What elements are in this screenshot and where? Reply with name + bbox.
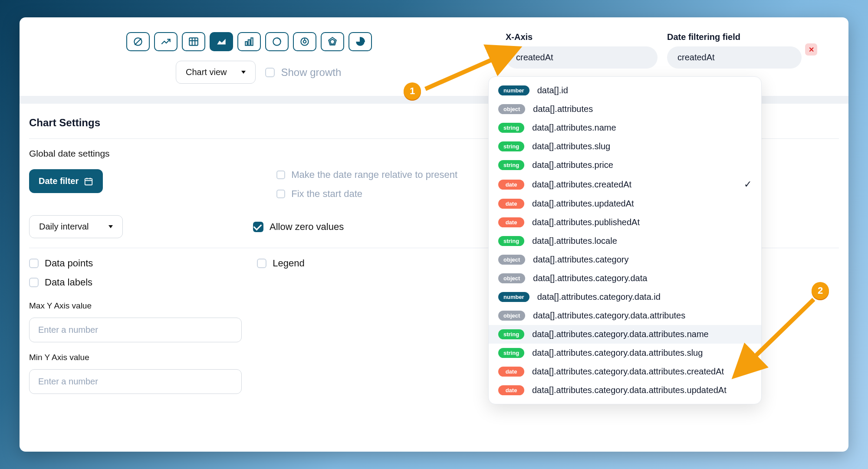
dropdown-item[interactable]: datedata[].attributes.updatedAt xyxy=(489,194,761,213)
dropdown-item[interactable]: numberdata[].attributes.category.data.id xyxy=(489,288,761,306)
interval-select[interactable]: Daily interval xyxy=(29,215,123,238)
chart-type-area[interactable] xyxy=(210,32,233,51)
type-badge: date xyxy=(498,199,524,209)
type-badge: date xyxy=(498,367,524,377)
dropdown-item[interactable]: datedata[].attributes.category.data.attr… xyxy=(489,362,761,381)
type-badge: object xyxy=(498,104,525,114)
dropdown-item-path: data[].attributes.category.data.attribut… xyxy=(532,367,724,377)
dropdown-item-path: data[].attributes.category xyxy=(533,255,628,265)
dropdown-item[interactable]: objectdata[].attributes.category.data.at… xyxy=(489,306,761,325)
datefilter-input[interactable]: createdAt xyxy=(667,46,802,69)
dropdown-item[interactable]: stringdata[].attributes.locale xyxy=(489,232,761,250)
dropdown-item[interactable]: stringdata[].attributes.category.data.at… xyxy=(489,325,761,344)
fix-start-option[interactable]: Fix the start date xyxy=(276,188,457,200)
arrow-2-icon xyxy=(729,295,825,390)
min-y-input[interactable] xyxy=(29,369,242,394)
close-icon: ✕ xyxy=(809,46,814,54)
chart-type-pie[interactable] xyxy=(349,32,372,51)
type-badge: object xyxy=(498,255,525,265)
data-labels-option[interactable]: Data labels xyxy=(29,277,93,288)
dropdown-item[interactable]: objectdata[].attributes xyxy=(489,100,761,118)
relative-range-label: Make the date range relative to present xyxy=(291,169,457,180)
callout-1: 1 xyxy=(404,82,421,100)
type-badge: number xyxy=(498,292,529,302)
date-filter-button[interactable]: Date filter xyxy=(29,169,103,193)
datefilter-field-wrap: Date filtering field createdAt ✕ xyxy=(667,32,817,69)
dropdown-item[interactable]: datedata[].attributes.category.data.attr… xyxy=(489,381,761,400)
xaxis-dropdown[interactable]: numberdata[].idobjectdata[].attributesst… xyxy=(488,76,762,404)
pie-chart-icon xyxy=(355,36,366,47)
checkbox-empty-icon xyxy=(276,190,285,198)
show-growth-label: Show growth xyxy=(281,66,341,79)
svg-line-20 xyxy=(425,50,514,89)
chart-type-line[interactable] xyxy=(154,32,178,51)
chart-type-gauge[interactable] xyxy=(293,32,316,51)
options-col-right: Legend xyxy=(119,258,304,288)
area-chart-icon xyxy=(216,36,227,47)
dropdown-item-path: data[].attributes.category.data xyxy=(533,273,647,283)
chart-type-table[interactable] xyxy=(182,32,205,51)
dropdown-item[interactable]: stringdata[].attributes.slug xyxy=(489,137,761,156)
dropdown-item-path: data[].id xyxy=(537,85,568,95)
date-filter-label: Date filter xyxy=(39,176,79,186)
dropdown-item[interactable]: objectdata[].attributes.category.data xyxy=(489,269,761,288)
callout-2: 2 xyxy=(812,282,829,299)
dropdown-item-path: data[].attributes.price xyxy=(532,160,613,170)
checkbox-empty-icon xyxy=(276,171,285,179)
options-col-left: Data points Data labels xyxy=(29,258,93,288)
show-growth-option[interactable]: Show growth xyxy=(265,66,341,79)
gauge-icon xyxy=(299,36,310,47)
type-badge: date xyxy=(498,385,524,395)
svg-rect-15 xyxy=(85,178,92,185)
table-icon xyxy=(188,36,199,47)
svg-point-11 xyxy=(303,40,306,43)
dropdown-item[interactable]: datedata[].attributes.createdAt✓ xyxy=(489,174,761,194)
empty-set-icon xyxy=(132,36,144,47)
type-badge: string xyxy=(498,329,524,339)
data-points-option[interactable]: Data points xyxy=(29,258,93,269)
type-badge: string xyxy=(498,160,524,170)
checkbox-empty-icon xyxy=(29,278,39,287)
type-badge: string xyxy=(498,123,524,133)
type-badge: string xyxy=(498,141,524,151)
chart-view-select[interactable]: Chart view xyxy=(176,61,256,84)
dropdown-item[interactable]: objectdata[].attributes.category xyxy=(489,250,761,269)
dropdown-item[interactable]: stringdata[].attributes.name xyxy=(489,118,761,137)
dropdown-item-path: data[].attributes.category.data.attribut… xyxy=(532,329,709,339)
relative-range-option[interactable]: Make the date range relative to present xyxy=(276,169,457,180)
donut-chart-icon xyxy=(271,36,283,47)
dropdown-item-path: data[].attributes.locale xyxy=(532,236,617,246)
dropdown-item-path: data[].attributes.publishedAt xyxy=(532,217,640,227)
legend-label: Legend xyxy=(273,258,304,269)
checkbox-empty-icon xyxy=(265,68,275,77)
dropdown-item-path: data[].attributes.category.data.attribut… xyxy=(532,385,727,395)
type-badge: string xyxy=(498,236,524,246)
clear-datefilter-button[interactable]: ✕ xyxy=(805,43,817,56)
dropdown-item[interactable]: stringdata[].attributes.price xyxy=(489,156,761,174)
legend-option[interactable]: Legend xyxy=(257,258,304,269)
dropdown-item[interactable]: stringdata[].attributes.category.data.at… xyxy=(489,344,761,362)
dropdown-item-path: data[].attributes.name xyxy=(532,123,616,133)
max-y-input[interactable] xyxy=(29,318,242,342)
arrow-1-icon xyxy=(421,39,529,95)
type-badge: string xyxy=(498,348,524,358)
allow-zero-option[interactable]: Allow zero values xyxy=(253,221,344,233)
chart-type-radar[interactable] xyxy=(321,32,344,51)
date-options-column: Make the date range relative to present … xyxy=(129,169,457,200)
dropdown-item[interactable]: numberdata[].id xyxy=(489,81,761,100)
dropdown-item-path: data[].attributes.slug xyxy=(532,141,610,151)
type-badge: object xyxy=(498,273,525,283)
caret-down-icon xyxy=(241,71,246,74)
type-badge: date xyxy=(498,180,524,190)
chart-type-none[interactable] xyxy=(126,32,150,51)
chart-type-donut[interactable] xyxy=(265,32,289,51)
dropdown-item[interactable]: datedata[].attributes.publishedAt xyxy=(489,213,761,232)
type-badge: date xyxy=(498,217,524,227)
chart-type-bar[interactable] xyxy=(237,32,261,51)
checkbox-empty-icon xyxy=(257,259,266,268)
chart-view-label: Chart view xyxy=(186,67,227,77)
svg-rect-6 xyxy=(245,42,247,46)
radar-chart-icon xyxy=(327,36,338,47)
type-badge: object xyxy=(498,311,525,321)
data-labels-label: Data labels xyxy=(45,277,92,288)
